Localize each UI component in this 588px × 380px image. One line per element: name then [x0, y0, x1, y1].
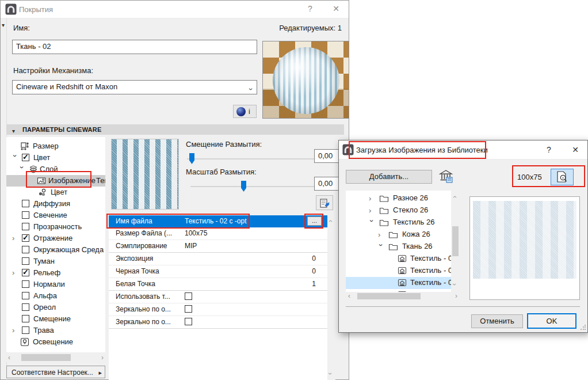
- lib-folder-leather[interactable]: Кожа 26: [346, 229, 451, 241]
- close-button[interactable]: ✕: [329, 4, 343, 14]
- lib-folder-misc[interactable]: Разное 26: [346, 192, 451, 204]
- help-button[interactable]: ?: [541, 145, 556, 155]
- resize-grip[interactable]: [580, 325, 586, 330]
- checkbox[interactable]: [22, 246, 29, 253]
- checkbox[interactable]: [22, 326, 29, 334]
- expander-icon[interactable]: [368, 220, 376, 226]
- checkbox[interactable]: [185, 305, 192, 313]
- tree-item-luminance[interactable]: Свечение: [6, 210, 105, 221]
- table-row-whitepoint[interactable]: Белая Точка 1: [109, 278, 327, 291]
- tree-item-illumination[interactable]: Освещение: [6, 336, 105, 348]
- expander-icon[interactable]: [377, 244, 385, 250]
- table-row-sampling[interactable]: Сэмплирование MIP: [109, 240, 327, 253]
- expander-icon[interactable]: [378, 230, 384, 239]
- tree-item-color-shader[interactable]: Цвет: [6, 187, 105, 198]
- row-value[interactable]: 1: [312, 280, 316, 288]
- cinema4d-info-button[interactable]: i: [233, 105, 257, 118]
- expander-icon[interactable]: [11, 155, 20, 161]
- scroll-right-icon[interactable]: [101, 354, 104, 361]
- expander-icon[interactable]: [12, 268, 18, 277]
- lib-folder-glass[interactable]: Стекло 26: [346, 204, 451, 216]
- lib-item-textile-01[interactable]: Текстиль - 01: [346, 253, 451, 265]
- tree-item-bump[interactable]: Рельеф: [6, 267, 105, 279]
- checkbox[interactable]: [22, 257, 29, 265]
- table-row-filename[interactable]: Имя файла Текстиль - 02 с -opt ...: [109, 215, 327, 227]
- checkbox[interactable]: [22, 292, 29, 299]
- tree-item-displacement[interactable]: Смещение: [6, 313, 105, 325]
- checkbox[interactable]: [22, 234, 29, 242]
- table-row-exposure[interactable]: Экспозиция 0: [109, 253, 327, 265]
- checkbox[interactable]: [185, 318, 192, 325]
- checkbox[interactable]: [22, 211, 29, 219]
- library-tree-hscrollbar[interactable]: [346, 292, 460, 301]
- table-row-filesize[interactable]: Размер Файла (... 100x75: [109, 227, 327, 240]
- tree-item-diffusion[interactable]: Диффузия: [6, 198, 105, 210]
- scroll-left-icon[interactable]: [348, 292, 350, 299]
- browse-button[interactable]: ...: [307, 216, 322, 226]
- checkbox[interactable]: [185, 292, 192, 300]
- scroll-down-icon[interactable]: [327, 373, 334, 375]
- match-settings-button[interactable]: Соответствие Настроек...: [6, 366, 105, 378]
- blur-offset-slider[interactable]: [187, 158, 315, 159]
- table-row-blackpoint[interactable]: Черная Точка 0: [109, 265, 327, 278]
- blur-scale-slider[interactable]: [190, 186, 315, 187]
- checkbox[interactable]: [22, 200, 29, 207]
- close-button[interactable]: ✕: [568, 145, 583, 155]
- library-manager-button[interactable]: [438, 168, 454, 184]
- tree-item-alpha[interactable]: Альфа: [6, 290, 105, 302]
- scroll-thumb[interactable]: [357, 293, 421, 299]
- surfaces-titlebar[interactable]: Покрытия ? ✕: [1, 1, 349, 18]
- tree-item-size[interactable]: Размер: [6, 140, 105, 152]
- expander-icon[interactable]: [369, 206, 375, 215]
- library-tree-vscrollbar[interactable]: [451, 191, 460, 292]
- help-button[interactable]: ?: [303, 4, 318, 14]
- scroll-up-icon[interactable]: [327, 220, 334, 222]
- slider-thumb[interactable]: [241, 181, 246, 192]
- expander-icon[interactable]: [369, 194, 375, 203]
- row-value[interactable]: 0: [312, 267, 316, 275]
- scroll-thumb[interactable]: [452, 226, 459, 256]
- preview-toggle-button[interactable]: [551, 169, 574, 185]
- table-row-mirror-x[interactable]: Зеркально по о...: [109, 303, 327, 316]
- tree-item-fog[interactable]: Туман: [6, 256, 105, 267]
- tree-item-reflection[interactable]: Отражение: [6, 233, 105, 244]
- tree-item-normals[interactable]: Нормали: [6, 279, 105, 290]
- scroll-left-icon[interactable]: [8, 354, 10, 361]
- tree-hscrollbar[interactable]: [6, 353, 105, 362]
- texture-thumbnail[interactable]: [111, 139, 179, 210]
- lib-item-textile-02a[interactable]: Текстиль - 02 с: [346, 265, 451, 277]
- tree-item-image[interactable]: Изображение Тек: [6, 175, 105, 187]
- checkbox[interactable]: [22, 315, 29, 322]
- name-input[interactable]: Ткань - 02: [12, 40, 257, 54]
- checkbox[interactable]: [22, 280, 29, 288]
- scroll-up-icon[interactable]: [451, 196, 458, 198]
- checkbox[interactable]: [22, 223, 29, 230]
- table-row-mirror-y[interactable]: Зеркально по о...: [109, 316, 327, 329]
- checkbox[interactable]: [22, 154, 29, 161]
- table-row-use-t[interactable]: Использовать т...: [109, 291, 327, 303]
- tree-item-color[interactable]: Цвет: [6, 152, 105, 164]
- tree-item-grass[interactable]: Трава: [6, 325, 105, 336]
- engine-select[interactable]: Cineware и Redshift от Maxon: [12, 80, 257, 94]
- panel-collapse-icon[interactable]: [2, 19, 5, 29]
- lib-item-textile-02-selected[interactable]: Текстиль - 02: [346, 277, 451, 289]
- edit-shader-button[interactable]: [316, 195, 333, 210]
- add-button[interactable]: Добавить...: [346, 170, 432, 184]
- lib-folder-fabric[interactable]: Ткань 26: [346, 241, 451, 253]
- slider-thumb[interactable]: [189, 153, 194, 164]
- scroll-thumb[interactable]: [21, 354, 71, 361]
- checkbox[interactable]: [22, 269, 29, 276]
- scroll-down-icon[interactable]: [451, 283, 458, 286]
- expander-icon[interactable]: [12, 326, 18, 335]
- expander-icon[interactable]: [12, 234, 18, 242]
- lib-folder-textile[interactable]: Текстиль 26: [346, 216, 451, 229]
- expander-icon[interactable]: [18, 166, 26, 172]
- params-vscrollbar[interactable]: [327, 215, 335, 380]
- scroll-right-icon[interactable]: [455, 292, 457, 299]
- tree-item-environment[interactable]: Окружающая Среда: [6, 244, 105, 256]
- library-titlebar[interactable]: Загрузка Изображения из Библиотеки ? ✕: [339, 140, 587, 159]
- checkbox[interactable]: [22, 303, 29, 311]
- cancel-button[interactable]: Отменить: [471, 314, 523, 328]
- tree-item-transparency[interactable]: Прозрачность: [6, 221, 105, 233]
- tree-item-glow[interactable]: Ореол: [6, 302, 105, 313]
